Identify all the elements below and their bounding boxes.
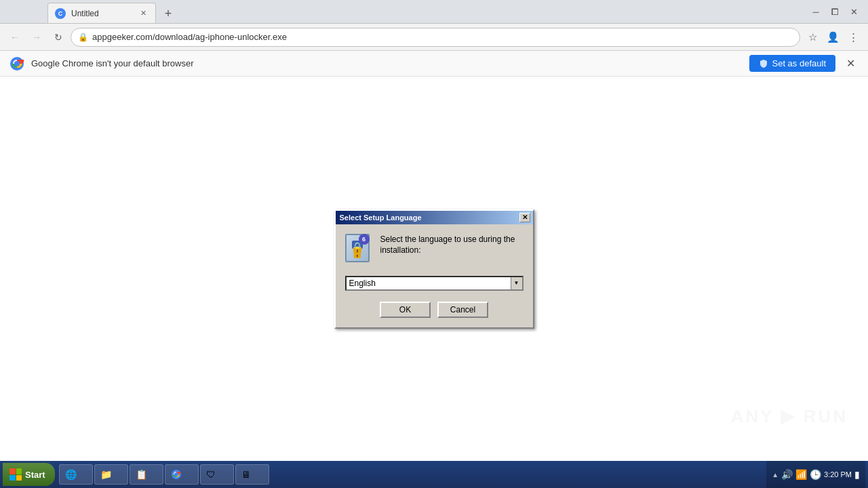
language-select-wrapper: English French German Spanish Italian Po… <box>345 276 524 291</box>
info-bar: Google Chrome isn't your default browser… <box>0 51 868 77</box>
dialog-message: Select the language to use during the in… <box>380 234 524 257</box>
svg-point-5 <box>174 472 178 476</box>
bookmark-button[interactable]: ☆ <box>803 28 822 47</box>
address-lock-icon: 🔒 <box>78 33 88 42</box>
tray-expand-button[interactable]: ▲ <box>772 471 778 479</box>
info-bar-close-button[interactable]: ✕ <box>842 56 859 72</box>
new-tab-button[interactable]: + <box>159 4 178 23</box>
clock-icon: 🕒 <box>810 469 821 480</box>
language-select-row: English French German Spanish Italian Po… <box>345 276 524 291</box>
taskbar-item-antivirus[interactable]: 🛡 <box>200 464 234 485</box>
set-default-button[interactable]: Set as default <box>749 55 836 72</box>
notepad-icon: 📋 <box>136 469 147 480</box>
anyrun-watermark: ANY ▶ RUN <box>731 406 848 427</box>
forward-button[interactable]: → <box>27 28 46 47</box>
window-controls: ─ ⧠ ✕ <box>807 3 868 20</box>
profile-button[interactable]: 👤 <box>823 28 842 47</box>
taskbar-item-folder[interactable]: 📁 <box>94 464 128 485</box>
menu-button[interactable]: ⋮ <box>844 28 863 47</box>
title-bar: C Untitled ✕ + ─ ⧠ ✕ <box>0 0 868 24</box>
shield-icon <box>759 59 768 68</box>
dialog-buttons: OK Cancel <box>345 302 524 318</box>
maximize-button[interactable]: ⧠ <box>826 3 844 20</box>
dialog-title-bar: Select Setup Language ✕ <box>336 211 533 224</box>
cancel-button[interactable]: Cancel <box>437 302 488 318</box>
start-button[interactable]: Start <box>3 463 55 486</box>
language-select[interactable]: English French German Spanish Italian Po… <box>345 276 524 291</box>
setup-language-dialog: Select Setup Language ✕ 🔒 6 Select the l… <box>334 209 534 329</box>
network-icon: 📶 <box>795 469 807 480</box>
dialog-top-section: 🔒 6 Select the language to use during th… <box>345 234 524 266</box>
set-default-label: Set as default <box>772 58 827 68</box>
address-bar[interactable]: 🔒 appgeeker.com/download/ag-iphone-unloc… <box>71 28 800 47</box>
taskbar-item-monitor[interactable]: 🖥 <box>235 464 269 485</box>
chrome-logo-icon <box>9 56 24 71</box>
navigation-bar: ← → ↻ 🔒 appgeeker.com/download/ag-iphone… <box>0 24 868 51</box>
chrome-taskbar-icon <box>171 469 182 480</box>
ie-icon: 🌐 <box>65 469 77 480</box>
back-button[interactable]: ← <box>5 28 24 47</box>
tab-close-button[interactable]: ✕ <box>138 8 149 19</box>
taskbar-items: 🌐 📁 📋 🛡 🖥 <box>59 464 766 485</box>
system-tray: ▲ 🔊 📶 🕒 3:20 PM ▮ <box>766 461 865 488</box>
reload-button[interactable]: ↻ <box>49 28 68 47</box>
watermark-text: ANY ▶ RUN <box>731 406 848 427</box>
tab-favicon: C <box>55 8 66 19</box>
taskbar: Start 🌐 📁 📋 🛡 🖥 ▲ <box>0 461 868 488</box>
windows-logo <box>9 468 22 481</box>
taskbar-item-notepad[interactable]: 📋 <box>130 464 163 485</box>
tab-title: Untitled <box>71 9 132 18</box>
ok-button[interactable]: OK <box>380 302 431 318</box>
nav-right-icons: ☆ 👤 ⋮ <box>803 28 863 47</box>
dialog-title: Select Setup Language <box>340 214 519 222</box>
dialog-body: 🔒 6 Select the language to use during th… <box>336 224 533 327</box>
close-window-button[interactable]: ✕ <box>845 3 863 20</box>
installer-icon: 🔒 6 <box>345 234 372 266</box>
system-clock: 3:20 PM <box>824 470 852 479</box>
start-label: Start <box>25 470 45 480</box>
show-desktop-icon[interactable]: ▮ <box>854 469 860 480</box>
dialog-overlay: Select Setup Language ✕ 🔒 6 Select the l… <box>0 77 868 461</box>
folder-icon: 📁 <box>100 469 112 480</box>
address-text: appgeeker.com/download/ag-iphone-unlocke… <box>92 32 793 42</box>
browser-tab[interactable]: C Untitled ✕ <box>47 3 156 23</box>
dialog-close-button[interactable]: ✕ <box>519 213 530 222</box>
page-content: Select Setup Language ✕ 🔒 6 Select the l… <box>0 77 868 461</box>
svg-point-2 <box>14 61 20 66</box>
taskbar-item-ie[interactable]: 🌐 <box>59 464 93 485</box>
minimize-button[interactable]: ─ <box>807 3 825 20</box>
speaker-icon: 🔊 <box>781 469 793 480</box>
taskbar-item-chrome[interactable] <box>165 464 199 485</box>
monitor-icon: 🖥 <box>241 469 251 480</box>
info-message: Google Chrome isn't your default browser <box>31 58 743 68</box>
antivirus-icon: 🛡 <box>206 469 216 480</box>
tab-area: C Untitled ✕ + <box>0 0 807 23</box>
